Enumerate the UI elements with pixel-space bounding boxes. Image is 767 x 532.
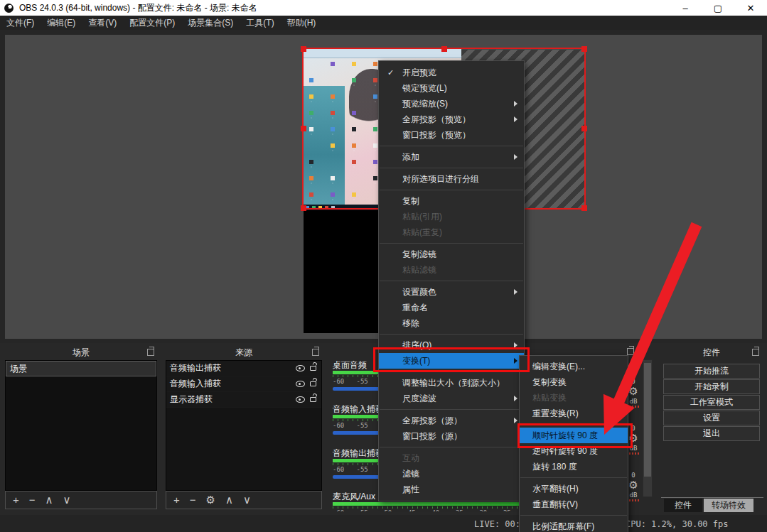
start-streaming-button[interactable]: 开始推流	[663, 364, 760, 379]
sub-flip-horizontal[interactable]: 水平翻转(H)	[520, 481, 628, 496]
source-list-item[interactable]: 显示器捕获	[166, 392, 321, 408]
selection-handle[interactable]	[301, 205, 306, 211]
sub-edit-transform[interactable]: 编辑变换(E)...	[520, 359, 628, 374]
selection-handle[interactable]	[301, 126, 306, 131]
menu-file[interactable]: 文件(F)	[0, 16, 41, 30]
move-source-down-button[interactable]: ∨	[243, 492, 251, 509]
visibility-eye-icon[interactable]	[296, 365, 305, 371]
ctx-properties[interactable]: 属性	[379, 482, 524, 497]
menu-help[interactable]: 帮助(H)	[281, 16, 323, 30]
ctx-set-color[interactable]: 设置颜色	[379, 284, 524, 300]
ctx-scale-filtering[interactable]: 尺度滤波	[379, 391, 524, 406]
menu-profile[interactable]: 配置文件(P)	[123, 16, 181, 30]
sources-panel-header: 来源	[164, 345, 323, 360]
menu-item-label: 重置变换(R)	[532, 408, 628, 420]
ctx-group-selected[interactable]: 对所选项目进行分组	[379, 171, 524, 187]
menu-tools[interactable]: 工具(T)	[240, 16, 280, 30]
menu-item-label: 粘贴(引用)	[402, 211, 524, 223]
selection-handle[interactable]	[301, 46, 306, 52]
add-source-button[interactable]: +	[173, 492, 180, 509]
menu-separator	[380, 281, 523, 281]
move-scene-down-button[interactable]: ∨	[63, 492, 71, 509]
sub-reset-transform[interactable]: 重置变换(R)	[520, 406, 628, 421]
submenu-arrow-icon	[514, 101, 517, 107]
minimize-button[interactable]: –	[669, 3, 702, 13]
mixer-scrollbar-thumb[interactable]	[644, 363, 651, 477]
menu-view[interactable]: 查看(V)	[82, 16, 123, 30]
scene-list-item[interactable]: 场景	[6, 361, 156, 376]
tab-transitions[interactable]: 转场特效	[704, 499, 753, 512]
selection-handle[interactable]	[581, 46, 587, 52]
ctx-copy-filters[interactable]: 复制滤镜	[379, 246, 524, 262]
menu-item-label: 预览缩放(S)	[402, 98, 514, 110]
sub-rotate-cw-90[interactable]: 顺时针旋转 90 度	[520, 428, 628, 443]
add-scene-button[interactable]: +	[13, 492, 19, 509]
selection-handle[interactable]	[441, 46, 447, 52]
sub-copy-transform[interactable]: 复制变换	[520, 374, 628, 390]
remove-scene-button[interactable]: −	[29, 492, 36, 509]
submenu-arrow-icon	[514, 358, 517, 364]
sub-flip-vertical[interactable]: 垂直翻转(V)	[520, 496, 628, 512]
tick-label: -60	[333, 509, 344, 511]
ctx-paste-duplicate: 粘贴(重复)	[379, 224, 524, 240]
ctx-enable-preview[interactable]: ✓开启预览	[379, 65, 524, 80]
sub-rotate-ccw-90[interactable]: 逆时针旋转 90 度	[520, 443, 628, 459]
ctx-copy[interactable]: 复制	[379, 193, 524, 209]
ctx-order[interactable]: 排序(O)	[379, 337, 524, 353]
unlock-icon[interactable]	[310, 397, 316, 402]
menu-scene-collection[interactable]: 场景集合(S)	[181, 16, 240, 30]
unlock-icon[interactable]	[310, 366, 316, 371]
move-scene-up-button[interactable]: ∧	[45, 492, 53, 509]
tab-controls[interactable]: 控件	[664, 499, 702, 512]
ctx-fullscreen-projector-source[interactable]: 全屏投影（源）	[379, 413, 524, 428]
mixer-scrollbar[interactable]	[643, 359, 653, 497]
source-properties-button[interactable]: ⚙	[206, 492, 215, 509]
ctx-remove[interactable]: 移除	[379, 315, 524, 331]
ctx-resize-output[interactable]: 调整输出大小（到源大小）	[379, 375, 524, 391]
start-recording-button[interactable]: 开始录制	[663, 379, 760, 394]
menu-item-label: 滤镜	[402, 468, 524, 480]
ctx-transform[interactable]: 变换(T)	[379, 353, 524, 369]
menu-edit[interactable]: 编辑(E)	[41, 16, 82, 30]
selection-handle[interactable]	[581, 205, 587, 211]
studio-mode-button[interactable]: 工作室模式	[663, 395, 760, 410]
sub-fit-to-screen[interactable]: 比例适配屏幕(F)	[520, 519, 628, 532]
detach-panel-icon[interactable]	[627, 348, 634, 355]
scenes-panel-header: 场景	[4, 345, 159, 360]
ctx-add[interactable]: 添加	[379, 149, 524, 165]
menu-item-label: 开启预览	[402, 67, 524, 79]
ctx-preview-scaling[interactable]: 预览缩放(S)	[379, 96, 524, 112]
sub-rotate-180[interactable]: 旋转 180 度	[520, 459, 628, 474]
tick-label: -25	[500, 509, 511, 511]
menu-separator	[380, 190, 523, 190]
source-name: 音频输入捕获	[170, 378, 296, 390]
cpu-fps-stats: CPU: 1.2%, 30.00 fps	[626, 519, 729, 529]
ctx-fullscreen-projector-preview[interactable]: 全屏投影（预览）	[379, 112, 524, 127]
menu-item-label: 比例适配屏幕(F)	[532, 521, 628, 532]
detach-panel-icon[interactable]	[752, 349, 759, 356]
menu-separator	[380, 168, 523, 168]
unlock-icon[interactable]	[310, 381, 316, 386]
menu-item-label: 垂直翻转(V)	[532, 499, 628, 511]
ctx-lock-preview[interactable]: 锁定预览(L)	[379, 80, 524, 96]
close-button[interactable]: ✕	[734, 3, 767, 13]
ctx-window-projector-source[interactable]: 窗口投影（源）	[379, 428, 524, 444]
controls-panel-title: 控件	[703, 347, 720, 359]
ctx-filters[interactable]: 滤镜	[379, 466, 524, 482]
exit-button[interactable]: 退出	[663, 426, 760, 441]
transform-submenu: 编辑变换(E)...复制变换粘贴变换重置变换(R)顺时针旋转 90 度逆时针旋转…	[519, 355, 628, 532]
ctx-rename[interactable]: 重命名	[379, 300, 524, 315]
move-source-up-button[interactable]: ∧	[225, 492, 233, 509]
tick-label: -55	[357, 509, 368, 511]
detach-panel-icon[interactable]	[312, 349, 319, 356]
selection-handle[interactable]	[581, 126, 587, 131]
maximize-button[interactable]: ▢	[702, 3, 734, 13]
visibility-eye-icon[interactable]	[296, 396, 305, 403]
source-list-item[interactable]: 音频输入捕获	[166, 376, 321, 392]
source-list-item[interactable]: 音频输出捕获	[166, 361, 321, 376]
remove-source-button[interactable]: −	[190, 492, 196, 509]
settings-button[interactable]: 设置	[663, 411, 760, 425]
ctx-window-projector-preview[interactable]: 窗口投影（预览）	[379, 127, 524, 143]
visibility-eye-icon[interactable]	[296, 381, 305, 387]
detach-panel-icon[interactable]	[147, 349, 154, 356]
